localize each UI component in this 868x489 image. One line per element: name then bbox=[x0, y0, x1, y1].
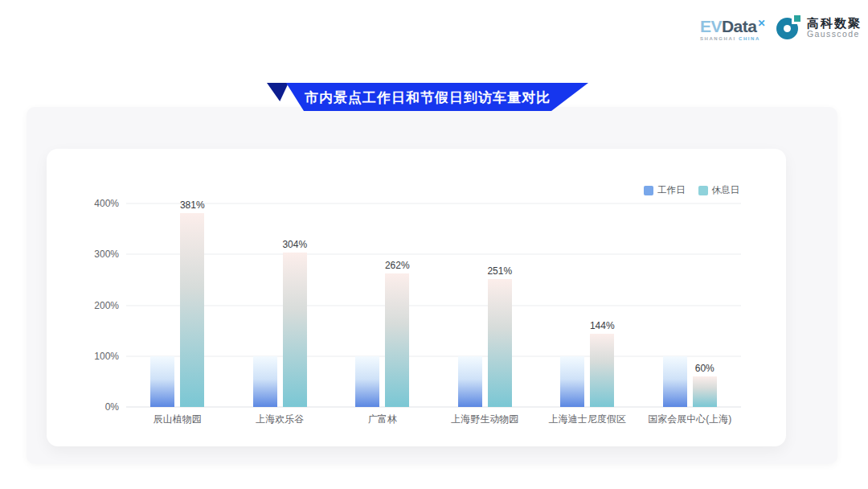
gausscode-en-name: Gausscode bbox=[807, 30, 862, 39]
evdata-subtitle-left: SHANGHAI bbox=[700, 36, 736, 41]
chart-title-banner: 市内景点工作日和节假日到访车量对比 bbox=[267, 83, 588, 111]
category-label: 辰山植物园 bbox=[154, 413, 202, 426]
gausscode-logo: 高科数聚 Gausscode bbox=[776, 14, 862, 40]
evdata-ev-text: EV bbox=[700, 17, 722, 35]
page-title: 市内景点工作日和节假日到访车量对比 bbox=[267, 83, 588, 111]
value-label: 60% bbox=[695, 363, 714, 374]
y-tick-label: 200% bbox=[94, 300, 119, 311]
category-group: 381%辰山植物园 bbox=[126, 203, 229, 407]
legend-item-restday[interactable]: 休息日 bbox=[698, 184, 740, 196]
gausscode-cn-name: 高科数聚 bbox=[807, 16, 862, 30]
bar-wrap: 381% bbox=[180, 203, 204, 407]
bar-wrap: 304% bbox=[283, 203, 307, 407]
bar-wrap bbox=[150, 203, 174, 407]
bar-wrap bbox=[458, 203, 482, 407]
category-label: 国家会展中心(上海) bbox=[648, 413, 731, 426]
category-group: 262%广富林 bbox=[331, 203, 434, 407]
bar-workday bbox=[355, 356, 379, 407]
page: EVData✕ SHANGHAI CHINA 高科数聚 Gausscode 市内… bbox=[0, 0, 868, 489]
category-label: 上海野生动物园 bbox=[451, 413, 518, 426]
bar-wrap bbox=[663, 203, 687, 407]
legend-label-restday: 休息日 bbox=[712, 184, 740, 196]
legend-item-workday[interactable]: 工作日 bbox=[644, 184, 686, 196]
y-tick-label: 300% bbox=[94, 249, 119, 260]
bar-wrap bbox=[560, 203, 584, 407]
category-group: 60%国家会展中心(上海) bbox=[639, 203, 742, 407]
bar-restday bbox=[385, 273, 409, 407]
legend-label-workday: 工作日 bbox=[657, 184, 686, 196]
bar-workday bbox=[663, 356, 687, 407]
category-group: 304%上海欢乐谷 bbox=[229, 203, 332, 407]
value-label: 251% bbox=[487, 265, 512, 277]
bar-wrap: 251% bbox=[488, 203, 512, 407]
bars-row: 381%辰山植物园304%上海欢乐谷262%广富林251%上海野生动物园144%… bbox=[126, 203, 741, 407]
bar-wrap bbox=[355, 203, 379, 407]
category-label: 广富林 bbox=[368, 413, 397, 426]
bar-wrap bbox=[253, 203, 277, 407]
category-label: 上海迪士尼度假区 bbox=[549, 413, 626, 426]
gausscode-text: 高科数聚 Gausscode bbox=[807, 16, 862, 39]
legend-swatch-restday bbox=[698, 186, 708, 195]
bar-restday bbox=[488, 279, 512, 407]
bar-workday bbox=[560, 356, 584, 407]
bar-restday bbox=[180, 213, 204, 407]
bar-restday bbox=[693, 376, 717, 407]
value-label: 144% bbox=[590, 320, 615, 331]
chart-panel: 工作日 休息日 0%100%200%300%400%381%辰山植物园304%上… bbox=[27, 107, 837, 464]
y-tick-label: 400% bbox=[94, 198, 119, 209]
evdata-x-icon: ✕ bbox=[757, 18, 765, 29]
legend: 工作日 休息日 bbox=[644, 184, 739, 196]
value-label: 381% bbox=[180, 199, 205, 211]
category-group: 144%上海迪士尼度假区 bbox=[536, 203, 639, 407]
bar-workday bbox=[458, 356, 482, 407]
evdata-subtitle-right: CHINA bbox=[739, 36, 760, 41]
gausscode-g-icon bbox=[776, 14, 802, 40]
bar-wrap: 262% bbox=[385, 203, 409, 407]
evdata-data-text: Data bbox=[722, 17, 757, 35]
y-tick-label: 100% bbox=[94, 351, 119, 362]
category-label: 上海欢乐谷 bbox=[256, 413, 304, 426]
value-label: 262% bbox=[385, 260, 410, 271]
evdata-wordmark: EVData✕ bbox=[700, 18, 765, 35]
category-group: 251%上海野生动物园 bbox=[434, 203, 537, 407]
bar-workday bbox=[253, 356, 277, 407]
bar-restday bbox=[283, 253, 307, 407]
bar-workday bbox=[150, 356, 174, 407]
value-label: 304% bbox=[282, 239, 307, 250]
evdata-logo: EVData✕ SHANGHAI CHINA bbox=[700, 14, 765, 41]
plot-area: 0%100%200%300%400%381%辰山植物园304%上海欢乐谷262%… bbox=[126, 203, 741, 407]
bar-restday bbox=[590, 334, 614, 407]
brand-logos: EVData✕ SHANGHAI CHINA 高科数聚 Gausscode bbox=[700, 14, 862, 41]
evdata-subtitle: SHANGHAI CHINA bbox=[700, 36, 765, 41]
chart-card: 工作日 休息日 0%100%200%300%400%381%辰山植物园304%上… bbox=[47, 149, 786, 446]
bar-wrap: 60% bbox=[693, 203, 717, 407]
bar-wrap: 144% bbox=[590, 203, 614, 407]
y-tick-label: 0% bbox=[105, 401, 119, 413]
legend-swatch-workday bbox=[644, 186, 653, 195]
